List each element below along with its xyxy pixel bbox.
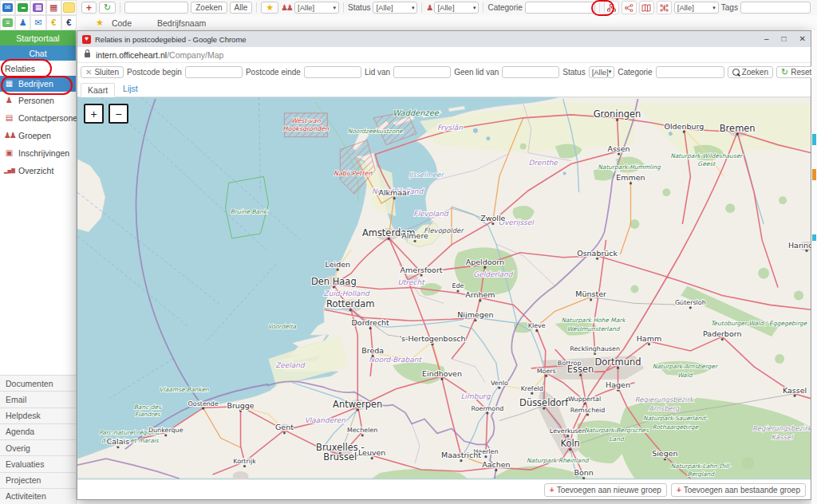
refresh-button[interactable]: ↻: [99, 2, 116, 14]
sidebar-group-relaties[interactable]: Relaties: [0, 61, 76, 76]
sidebar-section-agenda[interactable]: Agenda: [0, 423, 76, 439]
sidebar: Startportaal Chat Relaties ▦ Bedrijven ♟…: [0, 30, 77, 504]
share-icon[interactable]: [622, 1, 637, 14]
mail-outline-icon[interactable]: ✉: [30, 15, 45, 30]
url-path: /Company/Map: [167, 50, 223, 60]
sidebar-item-groepen[interactable]: ♟♟ Groepen: [0, 127, 76, 144]
sidebar-section-activiteiten[interactable]: Activiteiten: [0, 488, 76, 504]
chrome-popup-window: ♥ Relaties in postcodegebied - Google Ch…: [77, 30, 811, 500]
add-button[interactable]: +: [81, 2, 97, 14]
org-chart-icon[interactable]: [604, 1, 619, 14]
tab-lijst[interactable]: Lijst: [123, 82, 141, 96]
group-filter-select[interactable]: [Alle]▾: [294, 2, 339, 14]
star-column-icon[interactable]: ★: [96, 18, 104, 28]
zoeken-button[interactable]: Zoeken: [728, 66, 773, 78]
map-filter-select[interactable]: [Alle]▾: [674, 2, 719, 14]
sidebar-section-overig[interactable]: Overig: [0, 439, 76, 455]
map-city-dot: [456, 289, 459, 292]
categorie-input[interactable]: [525, 2, 595, 14]
map-label: Krefeld: [521, 385, 543, 392]
sidebar-item-contactpersonen[interactable]: ▤ Contactpersonen: [0, 109, 76, 127]
calendar-icon[interactable]: ▦: [30, 0, 45, 15]
sidebar-section-email[interactable]: Email: [0, 391, 76, 407]
building-icon[interactable]: ▦: [46, 0, 61, 15]
tags-label: Tags: [721, 3, 738, 12]
person-desk-icon[interactable]: ♟: [15, 15, 30, 30]
postcode-einde-label: Postcode einde: [246, 68, 301, 77]
groups-icon[interactable]: ♟♟: [281, 3, 292, 12]
map-label: Gent: [275, 423, 294, 431]
sidebar-section-projecten[interactable]: Projecten: [0, 472, 76, 488]
map-city-dot: [371, 457, 373, 459]
sidebar-section-helpdesk[interactable]: Helpdesk: [0, 408, 76, 423]
lid-van-input[interactable]: [393, 66, 451, 78]
divider: [483, 2, 483, 13]
sidebar-startportaal[interactable]: Startportaal: [0, 30, 76, 45]
zoom-in-button[interactable]: +: [84, 104, 104, 124]
map-city-dot: [590, 298, 592, 301]
status-select[interactable]: [Alle]▾: [373, 2, 417, 14]
map-canvas[interactable]: FryslânDrentheOverijsselGelderlandNoord-…: [77, 97, 811, 479]
map-label: Roermond: [471, 405, 503, 412]
status-select[interactable]: [Alle]▾: [589, 66, 615, 78]
map-label: Flandres: [135, 411, 161, 419]
postcode-begin-input[interactable]: [185, 66, 243, 78]
mail-icon[interactable]: ✉: [0, 0, 15, 15]
sidebar-item-bedrijven[interactable]: ▦ Bedrijven: [0, 76, 76, 92]
map-label: Noordzeekustzone: [348, 128, 403, 135]
group-icon: ♟♟: [4, 132, 14, 140]
add-to-existing-group-button[interactable]: +Toevoegen aan bestaande groep: [671, 483, 806, 497]
minimize-icon[interactable]: –: [764, 35, 769, 43]
map-label: Zeeland: [275, 361, 306, 369]
euro-dark-icon[interactable]: €: [61, 15, 77, 30]
map-city-dot: [793, 395, 795, 397]
favorites-star-button[interactable]: ★: [261, 2, 278, 14]
sidebar-section-evaluaties[interactable]: Evaluaties: [0, 455, 76, 471]
network-icon[interactable]: [657, 1, 672, 14]
status-label: Status: [348, 3, 370, 12]
sluiten-button[interactable]: ✕Sluiten: [81, 66, 124, 78]
map-label: Voordelta: [268, 323, 297, 330]
sidebar-item-inschrijvingen[interactable]: ▣ Inschrijvingen: [0, 144, 76, 162]
map-label: West van: [291, 117, 322, 124]
map-label: Naturpark Hümmling: [598, 163, 661, 171]
tab-kaart[interactable]: Kaart: [81, 83, 115, 97]
tags-input[interactable]: [740, 2, 811, 14]
zoom-out-button[interactable]: −: [109, 104, 128, 124]
map-label: Siegen: [652, 449, 677, 458]
code-column-header[interactable]: Code: [112, 18, 132, 28]
map-label: Naturpark Hohe Mark: [561, 317, 626, 324]
map-label: Bergland: [688, 471, 716, 478]
add-to-new-group-button[interactable]: +Toevoegen aan nieuwe groep: [544, 483, 667, 497]
map-city-dot: [805, 250, 807, 252]
person-icon[interactable]: ♟: [426, 3, 432, 12]
map-icon[interactable]: [639, 1, 654, 14]
close-icon[interactable]: ✕: [799, 35, 806, 43]
note-icon[interactable]: [61, 0, 77, 15]
postcode-einde-input[interactable]: [304, 66, 361, 78]
search-input[interactable]: [124, 2, 188, 14]
sidebar-item-personen[interactable]: ♟ Personen: [0, 92, 76, 109]
sidebar-chat[interactable]: Chat: [0, 45, 76, 61]
alle-button[interactable]: Alle: [230, 2, 253, 14]
euro-gold-icon[interactable]: €: [46, 15, 61, 30]
person-filter-select[interactable]: [Alle]▾: [434, 2, 479, 14]
zoeken-button[interactable]: Zoeken: [191, 2, 227, 14]
map-label: Emmen: [616, 173, 645, 182]
chart-icon: ▂▅▇: [4, 168, 14, 173]
url-bar[interactable]: intern.officeheart.nl /Company/Map: [77, 47, 811, 63]
categorie-input[interactable]: [656, 66, 724, 78]
sidebar-section-documenten[interactable]: Documenten: [0, 375, 76, 391]
chat-icon[interactable]: •••: [15, 0, 30, 15]
map-label: Wald: [677, 372, 693, 379]
map-city-dot: [583, 403, 586, 405]
map-footer-bar: +Toevoegen aan nieuwe groep +Toevoegen a…: [77, 479, 811, 499]
bedrijfsnaam-column-header[interactable]: Bedrijfsnaam: [157, 18, 206, 28]
map-label: Naturpark Arnsberger: [653, 363, 719, 370]
geen-lid-van-input[interactable]: [502, 66, 559, 78]
maximize-icon[interactable]: □: [782, 35, 787, 43]
map-city-dot: [413, 240, 416, 242]
popup-title-bar[interactable]: ♥ Relaties in postcodegebied - Google Ch…: [77, 31, 811, 47]
list-icon[interactable]: ≡: [0, 15, 15, 30]
sidebar-item-overzicht[interactable]: ▂▅▇ Overzicht: [0, 162, 76, 179]
